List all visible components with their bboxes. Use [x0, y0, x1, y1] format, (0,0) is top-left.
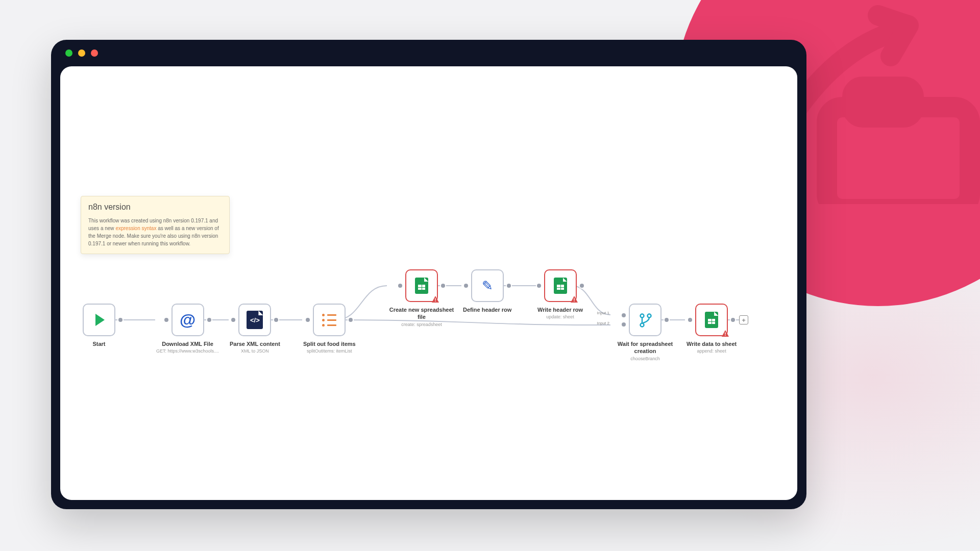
- workflow-canvas[interactable]: n8n version This workflow was created us…: [60, 66, 797, 500]
- node-download-xml[interactable]: @ Download XML File GET: https://www.w3s…: [156, 304, 219, 354]
- node-write-data[interactable]: Write data to sheet append: sheet: [687, 304, 737, 354]
- svg-rect-10: [725, 335, 725, 336]
- output-port[interactable]: [273, 317, 279, 323]
- node-subtitle: update: sheet: [546, 314, 574, 319]
- input-port[interactable]: [230, 317, 236, 323]
- output-port[interactable]: [206, 317, 212, 323]
- output-port[interactable]: [506, 283, 512, 289]
- node-subtitle: append: sheet: [697, 348, 726, 354]
- svg-rect-2: [435, 298, 435, 300]
- node-label: Write data to sheet: [687, 340, 737, 347]
- sticky-note[interactable]: n8n version This workflow was created us…: [81, 196, 230, 254]
- note-link[interactable]: expression syntax: [115, 226, 156, 231]
- spreadsheet-icon: [705, 312, 718, 328]
- node-label: Write header row: [537, 306, 583, 313]
- warning-icon: [570, 295, 578, 304]
- node-label: Parse XML content: [230, 340, 280, 347]
- node-label: Create new spreadsheet file: [388, 306, 455, 321]
- input-port[interactable]: [163, 317, 169, 323]
- input-2-label: Input 2: [592, 321, 609, 325]
- node-start[interactable]: Start: [83, 304, 115, 347]
- node-label: Start: [92, 340, 105, 347]
- input-1-label: Input 1: [592, 311, 609, 315]
- input-port[interactable]: [536, 283, 542, 289]
- play-icon: [95, 314, 105, 326]
- input-port[interactable]: [687, 317, 693, 323]
- add-node-button[interactable]: +: [739, 315, 748, 324]
- input-port[interactable]: [463, 283, 469, 289]
- output-port[interactable]: [730, 317, 736, 323]
- output-port[interactable]: [117, 317, 124, 323]
- node-label: Wait for spreadsheet creation: [612, 340, 678, 355]
- node-label: Define header row: [463, 306, 511, 313]
- node-write-header[interactable]: Write header row update: sheet: [537, 269, 583, 319]
- note-body: This workflow was created using n8n vers…: [88, 217, 222, 247]
- node-subtitle: chooseBranch: [630, 356, 660, 361]
- node-wait-merge[interactable]: Input 1 Input 2: [612, 304, 678, 361]
- list-icon: [322, 314, 336, 327]
- node-subtitle: XML to JSON: [241, 348, 269, 354]
- branch-icon: [639, 313, 651, 327]
- node-subtitle: create: spreadsheet: [401, 322, 442, 327]
- http-icon: @: [180, 311, 195, 330]
- browser-window: n8n version This workflow was created us…: [51, 40, 806, 509]
- output-port[interactable]: [664, 317, 670, 323]
- warning-icon: [721, 330, 729, 338]
- node-subtitle: splitOutItems: itemList: [307, 348, 352, 354]
- node-label: Split out food items: [303, 340, 356, 347]
- note-title: n8n version: [88, 203, 222, 212]
- svg-rect-9: [725, 333, 725, 335]
- browser-header: [51, 40, 806, 66]
- svg-rect-5: [574, 301, 574, 302]
- output-port[interactable]: [348, 317, 354, 323]
- window-dot-red: [91, 49, 98, 57]
- warning-icon: [431, 295, 439, 304]
- svg-point-8: [641, 323, 644, 327]
- window-dot-green: [65, 49, 72, 57]
- svg-point-6: [641, 314, 644, 318]
- input-port-1[interactable]: [621, 312, 627, 318]
- input-port-2[interactable]: [621, 321, 627, 328]
- window-dot-yellow: [78, 49, 85, 57]
- node-subtitle: GET: https://www.w3schools....: [156, 348, 219, 354]
- svg-point-7: [648, 314, 651, 318]
- output-port[interactable]: [440, 283, 446, 289]
- edit-icon: ✎: [482, 278, 493, 294]
- output-port[interactable]: [579, 283, 585, 289]
- node-define-header[interactable]: ✎ Define header row: [463, 269, 511, 313]
- node-create-spreadsheet[interactable]: Create new spreadsheet file create: spre…: [388, 269, 455, 327]
- svg-rect-3: [435, 301, 435, 302]
- code-icon: </>: [247, 311, 263, 329]
- node-parse-xml[interactable]: </> Parse XML content XML to JSON: [230, 304, 280, 354]
- svg-rect-4: [574, 298, 574, 300]
- spreadsheet-icon: [554, 278, 567, 294]
- node-split-items[interactable]: Split out food items splitOutItems: item…: [303, 304, 356, 354]
- input-port[interactable]: [397, 283, 403, 289]
- spreadsheet-icon: [415, 278, 428, 294]
- input-port[interactable]: [305, 317, 311, 323]
- node-label: Download XML File: [162, 340, 213, 347]
